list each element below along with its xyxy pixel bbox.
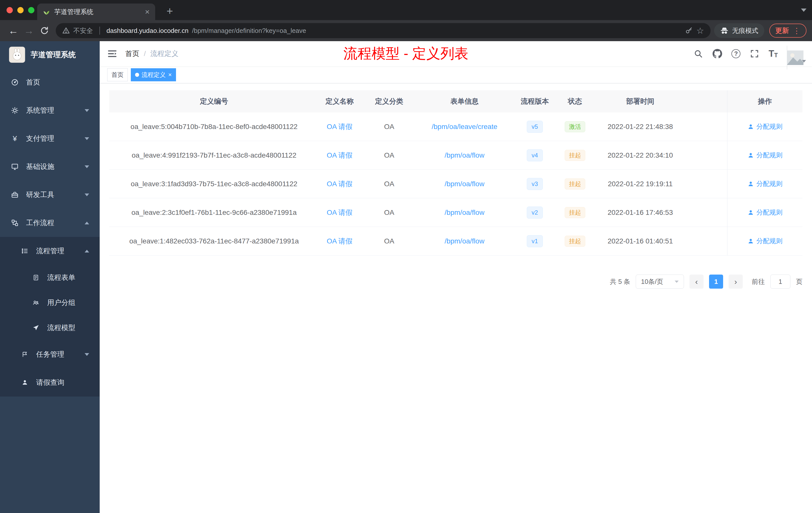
sidebar-item-home[interactable]: 首页	[0, 68, 100, 96]
chevron-down-icon	[85, 353, 89, 356]
github-icon[interactable]	[712, 49, 722, 59]
form-link[interactable]: /bpm/oa/flow	[445, 237, 485, 245]
browser-tab-strip: 芋道管理系统 × +	[0, 0, 812, 20]
chevron-down-icon	[802, 60, 806, 62]
fullscreen-icon[interactable]	[750, 49, 759, 59]
definition-name-link[interactable]: OA 请假	[327, 208, 352, 217]
definition-name-link[interactable]: OA 请假	[327, 236, 352, 246]
assign-rule-button[interactable]: 分配规则	[748, 237, 783, 245]
tab-close-icon[interactable]: ×	[145, 8, 150, 16]
breadcrumb-home[interactable]: 首页	[125, 49, 139, 58]
forward-button: →	[21, 23, 37, 38]
tag-close-icon[interactable]: ×	[168, 72, 172, 78]
sidebar-item-user-group[interactable]: 用户分组	[0, 290, 100, 315]
assign-rule-button[interactable]: 分配规则	[748, 208, 783, 217]
sidebar-item-label: 首页	[26, 78, 40, 87]
sidebar-item-label: 系统管理	[26, 105, 54, 115]
user-menu[interactable]	[787, 46, 805, 61]
paper-plane-icon	[32, 325, 40, 331]
new-tab-button[interactable]: +	[163, 4, 177, 18]
gear-icon	[10, 107, 19, 114]
sidebar-item-payment[interactable]: ¥ 支付管理	[0, 124, 100, 153]
tab-search-chevron-icon[interactable]	[801, 8, 807, 12]
person-icon	[21, 379, 29, 386]
page-number-button[interactable]: 1	[709, 275, 723, 289]
status-badge: 挂起	[565, 178, 585, 189]
sidebar-item-devtools[interactable]: 研发工具	[0, 181, 100, 209]
form-link[interactable]: /bpm/oa/leave/create	[432, 123, 497, 131]
browser-menu-icon[interactable]: ⋮	[793, 26, 801, 35]
page-size-select[interactable]: 10条/页	[636, 275, 684, 289]
col-header-time: 部署时间	[591, 97, 689, 106]
status-badge: 挂起	[565, 207, 585, 218]
definition-name-link[interactable]: OA 请假	[327, 122, 352, 131]
active-dot	[135, 73, 139, 77]
update-chrome-button[interactable]: 更新 ⋮	[769, 24, 807, 38]
sidebar-item-process-model[interactable]: 流程模型	[0, 315, 100, 340]
sidebar-item-system[interactable]: 系统管理	[0, 96, 100, 124]
sidebar-logo[interactable]: 芋道管理系统	[0, 41, 100, 68]
form-link[interactable]: /bpm/oa/flow	[445, 209, 485, 217]
col-header-operation: 操作	[727, 90, 803, 113]
monitor-icon	[10, 163, 19, 171]
sidebar-item-process-management[interactable]: 流程管理	[0, 237, 100, 265]
sidebar-item-label: 支付管理	[26, 134, 54, 143]
search-icon[interactable]	[693, 49, 703, 59]
sidebar-item-process-form[interactable]: 流程表单	[0, 265, 100, 290]
browser-tab[interactable]: 芋道管理系统 ×	[37, 3, 155, 20]
window-close-button[interactable]	[6, 7, 13, 13]
definition-name-link[interactable]: OA 请假	[327, 151, 352, 160]
sidebar-item-label: 流程表单	[47, 273, 75, 282]
col-header-form: 表单信息	[418, 97, 511, 106]
cell-definition-id: oa_leave:5:004b710b-7b8a-11ec-8ef0-acde4…	[109, 123, 319, 131]
password-key-icon[interactable]	[685, 27, 693, 35]
next-page-button[interactable]: ›	[729, 275, 743, 289]
reload-button[interactable]	[37, 23, 52, 38]
security-label[interactable]: 不安全	[73, 26, 93, 35]
url-path: /bpm/manager/definition?key=oa_leave	[192, 27, 306, 35]
bookmark-star-icon[interactable]: ☆	[696, 26, 704, 36]
sidebar-item-workflow[interactable]: 工作流程	[0, 209, 100, 237]
tab-title: 芋道管理系统	[54, 7, 141, 16]
table-row: oa_leave:4:991f2193-7b7f-11ec-a3c8-acde4…	[109, 141, 803, 170]
goto-label: 前往	[752, 277, 765, 286]
page-content: 定义编号 定义名称 定义分类 表单信息 流程版本 状态 部署时间 操作 oa_l…	[100, 83, 812, 513]
form-link[interactable]: /bpm/oa/flow	[445, 180, 485, 188]
cell-deploy-time: 2022-01-16 17:46:53	[591, 209, 689, 217]
address-bar[interactable]: 不安全 dashboard.yudao.iocoder.cn /bpm/mana…	[56, 23, 710, 38]
assign-rule-button[interactable]: 分配规则	[748, 179, 783, 188]
font-size-icon[interactable]: TT	[768, 49, 778, 58]
col-header-category: 定义分类	[360, 97, 418, 106]
cell-category: OA	[360, 151, 418, 159]
sidebar-item-label: 任务管理	[36, 350, 64, 359]
navbar-actions: ? TT	[693, 46, 805, 61]
tag-process-definition[interactable]: 流程定义 ×	[131, 68, 176, 81]
url-host: dashboard.yudao.iocoder.cn	[107, 27, 188, 35]
goto-page-input[interactable]	[770, 275, 790, 289]
back-button[interactable]: ←	[5, 23, 21, 38]
incognito-label: 无痕模式	[732, 26, 758, 35]
cell-category: OA	[360, 237, 418, 245]
col-header-version: 流程版本	[511, 97, 559, 106]
help-icon[interactable]: ?	[731, 49, 741, 58]
chevron-down-icon	[675, 280, 679, 283]
tag-home[interactable]: 首页	[107, 68, 128, 81]
assign-rule-button[interactable]: 分配规则	[748, 151, 783, 160]
sidebar-item-leave-query[interactable]: 请假查询	[0, 368, 100, 396]
sidebar-item-label: 请假查询	[36, 378, 64, 387]
sidebar-item-task-management[interactable]: 任务管理	[0, 340, 100, 368]
sidebar-toggle-icon[interactable]	[107, 49, 117, 59]
sidebar-item-infrastructure[interactable]: 基础设施	[0, 153, 100, 181]
window-zoom-button[interactable]	[28, 7, 34, 13]
prev-page-button[interactable]: ‹	[690, 275, 703, 289]
form-link[interactable]: /bpm/oa/flow	[445, 151, 485, 159]
cell-category: OA	[360, 209, 418, 217]
list-icon	[21, 247, 29, 254]
window-controls	[6, 7, 34, 13]
definition-name-link[interactable]: OA 请假	[327, 179, 352, 189]
update-label: 更新	[775, 26, 789, 35]
breadcrumb: 首页 / 流程定义	[125, 49, 178, 58]
assign-rule-button[interactable]: 分配规则	[748, 122, 783, 131]
window-minimize-button[interactable]	[17, 7, 24, 13]
col-header-status: 状态	[559, 97, 591, 106]
